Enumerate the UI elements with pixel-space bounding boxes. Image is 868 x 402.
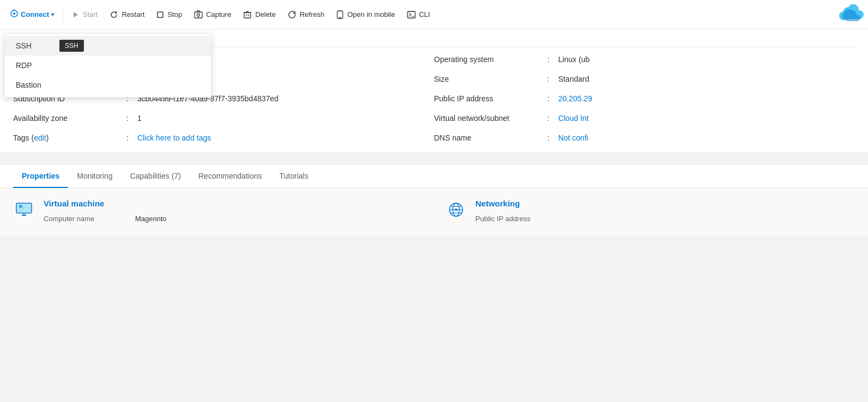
os-row: Operating system : Linux (ub — [434, 50, 855, 69]
restart-label: Restart — [122, 10, 144, 19]
svg-rect-18 — [17, 204, 31, 212]
connect-label: Connect — [21, 10, 49, 19]
svg-point-20 — [20, 206, 22, 208]
start-icon — [72, 11, 80, 19]
open-mobile-label: Open in mobile — [347, 10, 394, 19]
svg-rect-5 — [195, 12, 202, 18]
svg-point-28 — [455, 209, 457, 211]
vm-title: Virtual machine — [44, 199, 423, 208]
delete-label: Delete — [255, 10, 276, 19]
svg-rect-14 — [408, 11, 415, 18]
size-row: Size : Standard — [434, 69, 855, 89]
connect-chevron-icon: ▾ — [51, 11, 54, 17]
mobile-icon — [336, 10, 344, 19]
vnet-label: Virtual network/subnet — [434, 114, 543, 123]
dropdown-ssh-item[interactable]: SSH SSH — [5, 36, 211, 56]
restart-button[interactable]: Restart — [104, 4, 150, 26]
delete-button[interactable]: Delete — [238, 4, 281, 26]
networking-card: Networking Public IP address — [445, 199, 855, 225]
computer-name-label: Computer name — [44, 215, 131, 223]
toolbar: Connect ▾ SSH SSH RDP Bastion S — [0, 0, 868, 29]
start-label: Start — [83, 10, 98, 19]
tags-row: Tags (edit) : Click here to add tags — [13, 128, 434, 148]
ssh-label: SSH — [16, 41, 32, 50]
cli-icon — [407, 11, 416, 19]
svg-marker-3 — [74, 12, 78, 17]
refresh-button[interactable]: Refresh — [282, 4, 330, 26]
connect-icon — [10, 9, 19, 20]
connect-button[interactable]: Connect ▾ — [4, 4, 59, 26]
svg-rect-4 — [157, 12, 163, 17]
dropdown-bastion-item[interactable]: Bastion — [5, 75, 211, 95]
svg-point-6 — [197, 14, 200, 16]
availability-zone-label: Availability zone — [13, 114, 122, 123]
availability-zone-value: 1 — [137, 114, 142, 123]
vm-content: Virtual machine Computer name Magennto — [44, 199, 423, 225]
stop-button[interactable]: Stop — [151, 4, 187, 26]
refresh-icon — [288, 10, 296, 19]
networking-public-ip-field: Public IP address — [476, 212, 855, 225]
os-value: Linux (ub — [558, 55, 590, 64]
public-ip-row: Public IP address : 20.205.29 — [434, 89, 855, 108]
restart-icon — [110, 10, 118, 19]
public-ip-label: Public IP address — [434, 94, 543, 103]
size-label: Size — [434, 75, 543, 83]
tab-tutorials[interactable]: Tutorials — [271, 165, 317, 188]
networking-icon — [445, 199, 467, 221]
tab-recommendations[interactable]: Recommendations — [190, 165, 271, 188]
public-ip-value-link[interactable]: 20.205.29 — [558, 94, 592, 103]
capture-icon — [194, 10, 203, 19]
delete-icon — [243, 10, 252, 19]
tabs-container: Properties Monitoring Capabilities (7) R… — [0, 165, 868, 188]
computer-name-value: Magennto — [135, 215, 167, 223]
size-value: Standard — [558, 75, 589, 83]
azure-cloud-icon-area — [835, 0, 868, 29]
svg-point-1 — [13, 13, 15, 15]
connect-dropdown-menu: SSH SSH RDP Bastion — [4, 33, 211, 98]
dns-value-link[interactable]: Not confi — [558, 133, 588, 142]
refresh-label: Refresh — [300, 10, 325, 19]
stop-label: Stop — [167, 10, 182, 19]
tab-capabilities[interactable]: Capabilities (7) — [122, 165, 190, 188]
tags-label: Tags (edit) — [13, 133, 122, 142]
svg-rect-7 — [244, 13, 251, 18]
cli-button[interactable]: CLI — [402, 4, 435, 26]
separator-1 — [63, 8, 63, 21]
vnet-value-link[interactable]: Cloud Int — [558, 114, 588, 123]
dropdown-rdp-item[interactable]: RDP — [5, 56, 211, 75]
ssh-tooltip: SSH — [59, 40, 84, 52]
open-mobile-button[interactable]: Open in mobile — [331, 4, 400, 26]
dns-label: DNS name — [434, 133, 543, 142]
computer-name-field: Computer name Magennto — [44, 212, 423, 225]
networking-public-ip-label: Public IP address — [476, 215, 563, 223]
tab-properties[interactable]: Properties — [13, 165, 68, 188]
cli-label: CLI — [419, 10, 430, 19]
vm-card: Virtual machine Computer name Magennto — [13, 199, 423, 225]
vnet-row: Virtual network/subnet : Cloud Int — [434, 108, 855, 128]
dns-row: DNS name : Not confi — [434, 128, 855, 148]
tags-value-link[interactable]: Click here to add tags — [137, 133, 211, 142]
tab-monitoring[interactable]: Monitoring — [68, 165, 121, 188]
capture-button[interactable]: Capture — [189, 4, 236, 26]
capture-label: Capture — [206, 10, 231, 19]
bottom-section: Virtual machine Computer name Magennto — [0, 188, 868, 236]
connect-dropdown-container: Connect ▾ SSH SSH RDP Bastion — [4, 4, 59, 26]
networking-content: Networking Public IP address — [476, 199, 855, 225]
rdp-label: RDP — [16, 61, 32, 70]
vm-icon — [13, 199, 35, 221]
os-label: Operating system — [434, 55, 543, 64]
tags-edit-link[interactable]: edit — [34, 133, 46, 142]
start-button[interactable]: Start — [66, 4, 103, 26]
networking-title: Networking — [476, 199, 855, 208]
bastion-label: Bastion — [16, 81, 41, 89]
props-right: Operating system : Linux (ub Size : Stan… — [434, 50, 855, 148]
stop-icon — [156, 11, 164, 19]
availability-zone-row: Availability zone : 1 — [13, 108, 434, 128]
